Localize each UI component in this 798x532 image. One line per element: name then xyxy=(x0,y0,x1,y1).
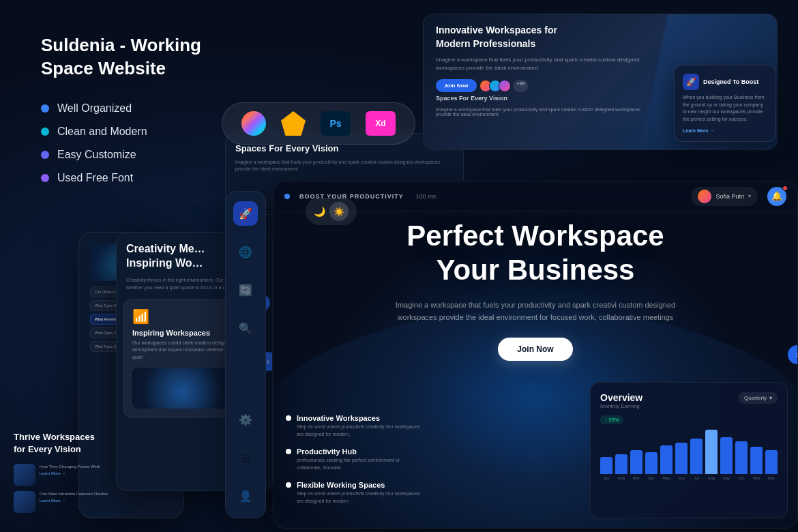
designed-to-boost-card: 🚀 Designed To Boost When you building yo… xyxy=(674,65,776,142)
feature-item-2: Clean and Modern xyxy=(41,125,232,138)
sidebar-rocket-icon[interactable]: 🚀 xyxy=(233,201,258,226)
bar-label: Jul xyxy=(694,476,699,480)
blog-link-2[interactable]: Learn More → xyxy=(40,499,108,503)
overview-title: Overview xyxy=(600,392,642,403)
feat-title-1: Innovative Workspaces xyxy=(297,414,422,422)
status-dot xyxy=(284,194,290,199)
photoshop-icon: Ps xyxy=(321,111,351,136)
rocket-icon: 🚀 xyxy=(683,74,699,90)
theme-toggle[interactable]: 🌙 ☀️ xyxy=(306,198,357,225)
overview-header: Overview Monthly Earning Quarterly ▾ xyxy=(600,392,778,409)
sidebar-nav-card: 🚀 🌐 🔄 🔍 ⚙️ ⊞ 👤 xyxy=(225,191,266,518)
bar-chart: JanFebMarAprMayJunJulAugSepOctNovDec xyxy=(600,430,778,491)
bar-column xyxy=(675,443,688,474)
bar-label: Jan xyxy=(603,476,610,480)
bar-item: Feb xyxy=(615,454,627,480)
bar-label: Jun xyxy=(678,476,685,480)
avatar-3 xyxy=(499,80,511,92)
left-panel: Suldenia - Working Space Website Well Or… xyxy=(41,34,232,184)
bar-item: Jan xyxy=(600,457,612,480)
bar-column xyxy=(765,450,778,474)
bar-label: Oct xyxy=(738,476,744,480)
feat-desc-3: Step int world where productiviti creati… xyxy=(297,490,422,505)
overview-title-group: Overview Monthly Earning xyxy=(600,392,642,409)
tools-bar: Ps Xd xyxy=(222,102,415,145)
main-title: Suldenia - Working Space Website xyxy=(41,34,232,80)
bar-item: Sep xyxy=(720,437,733,480)
sketch-icon xyxy=(281,111,306,136)
spaces-vision-label: Spaces For Every Vision xyxy=(436,95,654,102)
feat-title-3: Flexible Working Spaces xyxy=(297,481,422,489)
bar-label: Sep xyxy=(723,476,730,480)
bar-column xyxy=(690,439,703,474)
xd-icon: Xd xyxy=(366,111,396,136)
blog-text-2: One Most Attractive Features Flexible xyxy=(40,491,108,497)
notification-button[interactable]: 🔔 xyxy=(767,187,786,206)
blog-item-1: How They Changing Future Work Learn More… xyxy=(14,464,119,486)
hero-title: Perfect WorkspaceYour Business xyxy=(301,219,770,288)
bar-item: Nov xyxy=(750,447,763,480)
bar-label: Feb xyxy=(618,476,625,480)
overview-subtitle: Monthly Earning xyxy=(600,403,642,409)
hero-content: Perfect WorkspaceYour Business Imagine a… xyxy=(274,219,797,361)
feat-item-2: Productivity Hub professionals seeking t… xyxy=(286,447,422,471)
bar-column xyxy=(615,454,627,474)
feat-item-1: Innovative Workspaces Step int world whe… xyxy=(286,414,422,438)
feat-text-3: Flexible Working Spaces Step int world w… xyxy=(297,481,422,505)
avatar-count: +99 xyxy=(514,80,529,92)
bullet-4 xyxy=(41,174,49,182)
preview-cta-row: Join Now +99 xyxy=(436,79,654,92)
bar-label: Nov xyxy=(753,476,760,480)
bar-item: Jun xyxy=(675,443,688,480)
bar-label: Mar xyxy=(633,476,640,480)
feature-label-4: Used Free Font xyxy=(57,172,133,184)
quarterly-select[interactable]: Quarterly ▾ xyxy=(739,392,778,404)
bullet-2 xyxy=(41,128,49,136)
join-now-button[interactable]: Join Now xyxy=(436,79,477,92)
blog-text-group-1: How They Changing Future Work Learn More… xyxy=(40,464,100,475)
user-info-bar[interactable]: Sofia Putri ▾ xyxy=(691,187,758,206)
feat-desc-1: Step int world where productiviti creati… xyxy=(297,424,422,438)
feat-text-2: Productivity Hub professionals seeking t… xyxy=(297,447,422,471)
sidebar-globe-icon[interactable]: 🌐 xyxy=(233,239,258,264)
feat-dot-1 xyxy=(286,415,291,421)
feat-text-1: Innovative Workspaces Step int world whe… xyxy=(297,414,422,438)
blog-link-1[interactable]: Learn More → xyxy=(40,471,100,475)
quarterly-label: Quarterly xyxy=(744,395,767,401)
bar-item: Dec xyxy=(765,450,778,480)
blog-item-2: One Most Attractive Features Flexible Le… xyxy=(14,491,119,513)
bar-item: Jul xyxy=(690,439,703,480)
bar-column xyxy=(600,457,612,474)
sidebar-grid-icon[interactable]: ⊞ xyxy=(233,445,258,470)
feat-dot-3 xyxy=(286,482,291,488)
feat-item-3: Flexible Working Spaces Step int world w… xyxy=(286,481,422,505)
bar-item: Mar xyxy=(630,450,642,480)
time-label: 100 ms xyxy=(416,193,437,200)
banner2-title: Spaces For Every Vision xyxy=(235,143,454,155)
feature-item-3: Easy Customize xyxy=(41,149,232,161)
quarterly-chevron: ▾ xyxy=(769,395,772,401)
bullet-3 xyxy=(41,151,49,159)
feat-title-2: Productivity Hub xyxy=(297,447,422,456)
designed-card-title: Designed To Boost xyxy=(703,78,758,85)
bar-item: Apr xyxy=(645,452,657,480)
hero-desc: Imagine a workspace that fuels your prod… xyxy=(392,299,679,324)
preview-content: Innovative Workspaces forModern Professi… xyxy=(436,24,654,117)
notification-badge xyxy=(782,186,788,191)
sidebar-refresh-icon[interactable]: 🔄 xyxy=(233,278,258,302)
blog-text-group-2: One Most Attractive Features Flexible Le… xyxy=(40,491,108,503)
sidebar-search-icon[interactable]: 🔍 xyxy=(233,316,258,340)
bar-label: Apr xyxy=(648,476,654,480)
dropdown-icon: ▾ xyxy=(748,193,751,199)
bar-column xyxy=(645,452,657,474)
bar-label: Aug xyxy=(708,476,715,480)
user-avatar xyxy=(698,190,711,203)
sidebar-settings-icon[interactable]: ⚙️ xyxy=(233,407,258,432)
blog-text-1: How They Changing Future Work xyxy=(40,464,100,470)
overview-card: Overview Monthly Earning Quarterly ▾ ↑ 3… xyxy=(590,382,788,518)
learn-more-link[interactable]: Learn More → xyxy=(683,128,767,133)
bar-label: May xyxy=(662,476,670,480)
sidebar-user-icon[interactable]: 👤 xyxy=(233,484,258,508)
hero-join-button[interactable]: Join Now xyxy=(498,338,572,361)
feature-label-1: Well Organized xyxy=(57,102,132,115)
